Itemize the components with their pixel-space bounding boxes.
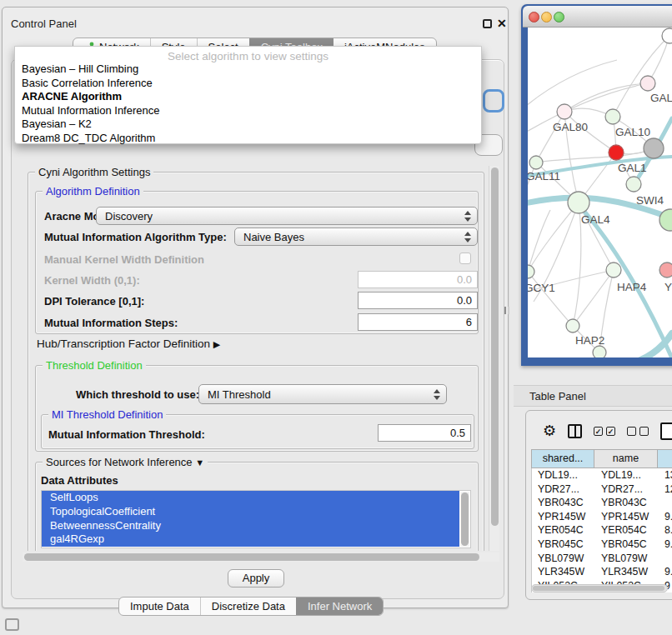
apply-button[interactable]: Apply	[228, 569, 284, 588]
table-row[interactable]: YBR045CYBR045C9.	[532, 538, 672, 552]
which-threshold-value: MI Threshold	[199, 388, 433, 401]
attribute-item-gal4rgexp[interactable]: gal4RGexp	[42, 532, 459, 547]
stepper-arrows-icon	[464, 211, 471, 222]
network-node[interactable]	[557, 104, 572, 119]
mi-steps-label: Mutual Information Steps:	[44, 317, 178, 329]
dropdown-item-dream8-dc-tdc-algorithm[interactable]: Dream8 DC_TDC Algorithm	[15, 132, 481, 146]
network-node[interactable]	[609, 145, 624, 160]
sources-title[interactable]: Sources for Network Inference ▼	[43, 456, 208, 469]
scrollbar-thumb[interactable]	[24, 553, 479, 561]
table-row[interactable]: YDL19...YDL19...13	[532, 468, 672, 482]
dropdown-item-bayesian-k2[interactable]: Bayesian – K2	[15, 118, 481, 132]
table-horizontal-scrollbar[interactable]	[531, 584, 668, 592]
tab-discretize-data[interactable]: Discretize Data	[200, 598, 296, 615]
tab-impute-data[interactable]: Impute Data	[119, 598, 200, 615]
dropdown-item-aracne-algorithm[interactable]: ARACNE Algorithm	[15, 90, 481, 104]
column-header-shared[interactable]: shared...	[531, 449, 594, 468]
table-row[interactable]: YPR145WYPR145W9.	[532, 510, 672, 524]
network-node[interactable]	[626, 177, 641, 192]
table-cell: YER054C	[595, 523, 659, 538]
table-cell: YBR043C	[532, 496, 595, 510]
network-node-label: GAL4	[581, 213, 610, 226]
table-row[interactable]: YBR043CYBR043C	[532, 496, 672, 510]
network-node-label: GAL11	[528, 170, 560, 182]
column-header-hidden[interactable]	[658, 449, 672, 468]
table-row[interactable]: YLR345WYLR345W9.	[532, 565, 672, 579]
table-panel: ⚙ ✓✓ shared...name YDL19...YDL19...13YDR…	[525, 410, 672, 600]
dpi-tolerance-field[interactable]: 0.0	[358, 292, 478, 309]
kernel-width-field[interactable]: 0.0	[358, 271, 478, 288]
data-attributes-list[interactable]: SelfLoopsTopologicalCoefficientBetweenne…	[41, 490, 471, 548]
table-cell: YBR045C	[532, 538, 595, 552]
zoom-traffic-light-icon[interactable]	[554, 12, 564, 22]
network-node[interactable]	[662, 28, 672, 43]
network-node[interactable]	[529, 156, 543, 169]
mi-algorithm-type-combo[interactable]: Naive Bayes	[234, 228, 478, 246]
scrollbar-thumb[interactable]	[491, 168, 499, 526]
dropdown-item-mutual-information-inference[interactable]: Mutual Information Inference	[15, 104, 481, 118]
network-node-label: GAL80	[553, 121, 588, 133]
network-node[interactable]	[605, 109, 620, 124]
dropdown-item-bayesian-hill-climbing[interactable]: Bayesian – Hill Climbing	[15, 62, 481, 77]
deselect-all-checkboxes-icon[interactable]	[627, 427, 649, 436]
attribute-item-selfloops[interactable]: SelfLoops	[42, 491, 459, 505]
network-window-titlebar[interactable]	[523, 6, 672, 28]
which-threshold-combo[interactable]: MI Threshold	[198, 384, 447, 404]
focused-combo-fragment	[483, 89, 504, 112]
mi-threshold-definition-group: MI Threshold Definition Mutual Informati…	[41, 414, 474, 449]
network-graph: GAL7GAL80GAL10GAL1GAL11SWI4GAL4GCY1HAP4Y…	[528, 28, 672, 358]
table-cell: 9.	[659, 538, 672, 552]
table-cell: YPR145W	[595, 510, 659, 524]
table-row[interactable]: YBL079WYBL079W	[532, 552, 672, 566]
aracne-mode-combo[interactable]: Discovery	[96, 207, 478, 225]
close-icon[interactable]: ✕	[497, 17, 507, 30]
network-node[interactable]	[659, 262, 672, 278]
export-table-icon[interactable]	[660, 422, 672, 440]
network-node[interactable]	[568, 192, 589, 213]
mi-steps-field[interactable]: 6	[358, 313, 478, 331]
cyni-algorithm-settings-group: Cyni Algorithm Settings Algorithm Defini…	[28, 172, 484, 551]
settings-horizontal-scrollbar[interactable]	[23, 552, 499, 562]
network-canvas[interactable]: GAL7GAL80GAL10GAL1GAL11SWI4GAL4GCY1HAP4Y…	[528, 28, 672, 358]
minimized-panel-icon[interactable]	[5, 618, 19, 631]
tab-infer-network[interactable]: Infer Network	[296, 598, 383, 615]
data-attributes-label: Data Attributes	[41, 474, 118, 487]
network-node[interactable]	[606, 262, 621, 278]
attribute-item-betweennesscentrality[interactable]: BetweennessCentrality	[42, 519, 459, 533]
select-all-checkboxes-icon[interactable]: ✓✓	[594, 427, 615, 436]
network-node[interactable]	[644, 138, 664, 158]
table-toolbar: ⚙ ✓✓	[531, 419, 672, 442]
scrollbar-thumb[interactable]	[461, 492, 469, 546]
algorithm-definition-group: Algorithm Definition Aracne Mode: Discov…	[35, 191, 479, 334]
table-panel-titlebar: Table Panel	[514, 385, 672, 407]
network-edge	[573, 202, 581, 326]
manual-kernel-checkbox[interactable]	[459, 252, 471, 264]
gear-icon[interactable]: ⚙	[543, 423, 556, 438]
tab-label: Impute Data	[130, 600, 189, 612]
settings-vertical-scrollbar[interactable]	[489, 166, 499, 551]
mi-threshold-field[interactable]: 0.5	[378, 424, 471, 442]
expanded-triangle-icon: ▼	[195, 458, 204, 468]
minimize-traffic-light-icon[interactable]	[541, 12, 552, 22]
network-node[interactable]	[593, 346, 606, 358]
split-columns-icon[interactable]	[568, 424, 582, 438]
network-node[interactable]	[528, 265, 534, 278]
table-cell: 9.	[659, 565, 672, 579]
hub-definition-disclosure[interactable]: Hub/Transcription Factor Definition ▶	[37, 338, 220, 350]
mi-type-value: Naive Bayes	[235, 231, 464, 243]
network-node[interactable]	[640, 76, 655, 91]
float-window-icon[interactable]	[483, 19, 492, 28]
kernel-width-label: Kernel Width (0,1):	[44, 274, 140, 287]
table-row[interactable]: YDR27...YDR27...12	[532, 482, 672, 497]
panel-divider-grip[interactable]	[504, 307, 509, 314]
close-traffic-light-icon[interactable]	[529, 12, 539, 22]
which-threshold-label: Which threshold to use:	[76, 388, 199, 401]
table-row[interactable]: YER054CYER054C8.	[532, 523, 672, 538]
attribute-item-topologicalcoefficient[interactable]: TopologicalCoefficient	[42, 505, 459, 519]
column-header-name[interactable]: name	[594, 449, 658, 468]
scrollbar-thumb[interactable]	[533, 586, 664, 591]
table-cell: YER054C	[532, 523, 595, 538]
dropdown-item-basic-correlation-inference[interactable]: Basic Correlation Inference	[15, 77, 481, 91]
list-scrollbar[interactable]	[460, 492, 469, 547]
network-node[interactable]	[566, 319, 579, 332]
